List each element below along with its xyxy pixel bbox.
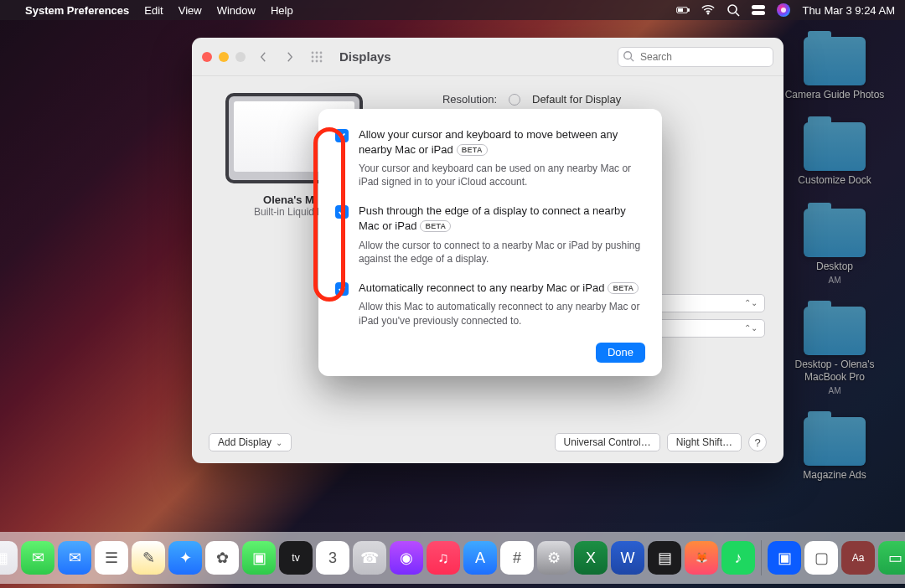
resolution-label: Resolution: bbox=[396, 93, 497, 106]
checkbox-auto-reconnect[interactable] bbox=[335, 282, 349, 296]
svg-rect-5 bbox=[752, 5, 765, 9]
svg-point-7 bbox=[312, 51, 314, 54]
resolution-default-label: Default for Display bbox=[532, 93, 621, 106]
dock-app-calendar[interactable]: 3 bbox=[316, 541, 349, 575]
dock-app-reminders[interactable]: ☰ bbox=[95, 541, 128, 575]
dock-app-sysprefs[interactable]: ⚙ bbox=[537, 541, 571, 575]
dock-app-numbers[interactable]: ▭ bbox=[878, 541, 905, 575]
zoom-window-button[interactable] bbox=[235, 52, 246, 62]
option-push-through: Push through the edge of a display to co… bbox=[335, 204, 645, 265]
svg-point-16 bbox=[624, 51, 632, 59]
chevron-down-icon: ⌄ bbox=[276, 438, 282, 447]
svg-point-12 bbox=[320, 55, 323, 58]
dock-app-excel[interactable]: X bbox=[574, 541, 608, 575]
svg-point-3 bbox=[708, 13, 710, 14]
chevron-updown-icon: ⌃⌄ bbox=[744, 323, 758, 333]
battery-icon[interactable] bbox=[676, 3, 690, 17]
dock-app-contacts[interactable]: ☎ bbox=[353, 541, 386, 575]
menu-clock[interactable]: Thu Mar 3 9:24 AM bbox=[802, 4, 895, 17]
svg-point-11 bbox=[316, 55, 318, 58]
help-button[interactable]: ? bbox=[748, 433, 767, 451]
close-window-button[interactable] bbox=[202, 52, 212, 62]
dock-app-screenshot[interactable]: ▢ bbox=[804, 541, 838, 575]
svg-point-15 bbox=[320, 59, 323, 62]
option-desc: Allow this Mac to automatically reconnec… bbox=[359, 300, 645, 327]
window-traffic-lights bbox=[202, 52, 246, 62]
app-menu[interactable]: System Preferences bbox=[25, 4, 129, 17]
resolution-default-radio[interactable] bbox=[509, 94, 520, 106]
svg-rect-1 bbox=[688, 9, 689, 12]
search-icon bbox=[623, 50, 634, 62]
dock-app-zoom[interactable]: ▣ bbox=[768, 541, 801, 575]
option-auto-reconnect: Automatically reconnect to any nearby Ma… bbox=[335, 281, 645, 328]
dock-app-safari[interactable]: ✦ bbox=[168, 541, 202, 575]
dock-app-notes[interactable]: ✎ bbox=[132, 541, 165, 575]
option-title: Allow your cursor and keyboard to move b… bbox=[359, 127, 645, 157]
minimize-window-button[interactable] bbox=[219, 52, 229, 62]
option-title: Automatically reconnect to any nearby Ma… bbox=[359, 281, 645, 296]
beta-badge: BETA bbox=[608, 282, 639, 294]
wifi-icon[interactable] bbox=[701, 3, 715, 17]
window-titlebar: Displays bbox=[192, 38, 783, 76]
menu-bar: System Preferences Edit View Window Help… bbox=[0, 0, 905, 20]
universal-control-popover: Allow your cursor and keyboard to move b… bbox=[318, 109, 662, 376]
svg-point-8 bbox=[316, 51, 318, 54]
option-allow-cursor: Allow your cursor and keyboard to move b… bbox=[335, 127, 645, 188]
back-button[interactable] bbox=[254, 48, 272, 66]
svg-rect-6 bbox=[752, 11, 765, 15]
menu-edit[interactable]: Edit bbox=[144, 4, 163, 17]
dock-app-dictionary[interactable]: Aa bbox=[841, 541, 875, 575]
chevron-updown-icon: ⌃⌄ bbox=[744, 298, 758, 307]
forward-button[interactable] bbox=[281, 48, 299, 66]
window-title: Displays bbox=[339, 49, 391, 64]
dock-app-spotify[interactable]: ♪ bbox=[721, 541, 755, 575]
menu-view[interactable]: View bbox=[178, 4, 202, 17]
control-center-icon[interactable] bbox=[752, 3, 765, 17]
spotlight-icon[interactable] bbox=[727, 3, 740, 17]
search-wrapper bbox=[618, 47, 773, 67]
universal-control-button[interactable]: Universal Control… bbox=[555, 433, 660, 451]
svg-rect-2 bbox=[678, 8, 683, 12]
dock-app-appletv[interactable]: tv bbox=[279, 541, 313, 575]
dock-app-facetime[interactable]: ▣ bbox=[242, 541, 276, 575]
dock-app-messages[interactable]: ✉ bbox=[21, 541, 54, 575]
menu-window[interactable]: Window bbox=[217, 4, 256, 17]
dock-app-music[interactable]: ♫ bbox=[427, 541, 460, 575]
svg-point-14 bbox=[316, 59, 318, 62]
show-all-button[interactable] bbox=[308, 48, 326, 66]
search-input[interactable] bbox=[618, 47, 773, 67]
beta-badge: BETA bbox=[420, 220, 451, 232]
svg-point-13 bbox=[312, 59, 314, 62]
checkbox-push-through[interactable] bbox=[335, 205, 349, 219]
dock-app-launchpad[interactable]: ▦ bbox=[0, 541, 18, 575]
svg-point-9 bbox=[320, 51, 323, 54]
option-desc: Your cursor and keyboard can be used on … bbox=[359, 162, 645, 188]
option-desc: Allow the cursor to connect to a nearby … bbox=[359, 239, 645, 266]
dock-app-slack[interactable]: # bbox=[500, 541, 534, 575]
dock-app-activity[interactable]: ▤ bbox=[648, 541, 681, 575]
dock-app-podcasts[interactable]: ◉ bbox=[390, 541, 423, 575]
done-button[interactable]: Done bbox=[596, 343, 645, 363]
dock-app-word[interactable]: W bbox=[611, 541, 644, 575]
dock-app-photos[interactable]: ✿ bbox=[205, 541, 239, 575]
beta-badge: BETA bbox=[457, 144, 488, 156]
night-shift-button[interactable]: Night Shift… bbox=[667, 433, 742, 451]
dock-app-firefox[interactable]: 🦊 bbox=[685, 541, 718, 575]
siri-icon[interactable] bbox=[777, 3, 790, 17]
svg-point-10 bbox=[312, 55, 314, 58]
checkbox-allow-cursor[interactable] bbox=[335, 129, 349, 142]
dock-app-appstore[interactable]: A bbox=[463, 541, 497, 575]
display-name: Olena's M… bbox=[263, 193, 325, 206]
dock-app-mail[interactable]: ✉ bbox=[58, 541, 91, 575]
dock-separator bbox=[761, 540, 762, 575]
add-display-button[interactable]: Add Display⌄ bbox=[209, 433, 292, 451]
dock: ☺▦✉✉☰✎✦✿▣tv3☎◉♫A#⚙XW▤🦊♪▣▢Aa▭🗑 bbox=[0, 532, 905, 584]
option-title: Push through the edge of a display to co… bbox=[359, 204, 645, 233]
menu-help[interactable]: Help bbox=[271, 4, 293, 17]
svg-point-4 bbox=[728, 5, 737, 13]
